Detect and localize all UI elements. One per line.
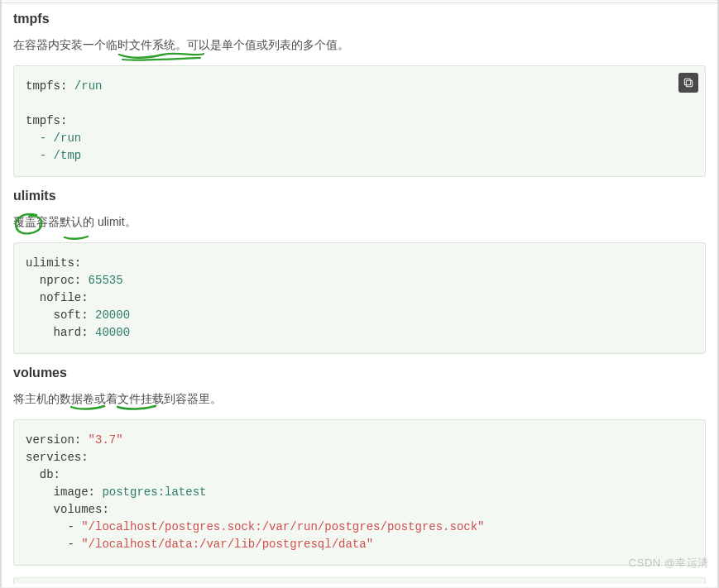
tmpfs-codeblock: tmpfs: /run tmpfs: - /run - /tmp — [13, 65, 706, 177]
document-page: tmpfs 在容器内安装一个临时文件系统。可以是单个值或列表的多个值。 tmpf… — [0, 0, 719, 588]
copy-icon — [682, 76, 695, 89]
watermark: CSDN @幸运清 — [629, 556, 709, 571]
top-edge — [2, 0, 717, 3]
volumes-desc: 将主机的数据卷或着文件挂载到容器里。 — [13, 390, 706, 408]
ulimits-codeblock: ulimits: nproc: 65535 nofile: soft: 2000… — [13, 242, 706, 354]
volumes-codeblock: version: "3.7" services: db: image: post… — [13, 419, 706, 566]
bottom-codeblock-sliver — [13, 577, 706, 584]
tmpfs-desc: 在容器内安装一个临时文件系统。可以是单个值或列表的多个值。 — [13, 36, 706, 54]
section-title-ulimits: ulimits — [13, 189, 706, 203]
tmpfs-code: tmpfs: /run tmpfs: - /run - /tmp — [26, 78, 693, 165]
annotation-underline-ulimit — [63, 230, 91, 243]
section-title-volumes: volumes — [13, 366, 706, 380]
svg-rect-0 — [686, 80, 692, 86]
svg-rect-1 — [684, 79, 690, 84]
ulimits-desc: 覆盖容器默认的 ulimit。 — [13, 213, 706, 231]
copy-button[interactable] — [678, 73, 698, 93]
volumes-code: version: "3.7" services: db: image: post… — [26, 432, 693, 553]
ulimits-code: ulimits: nproc: 65535 nofile: soft: 2000… — [26, 255, 693, 342]
section-title-tmpfs: tmpfs — [13, 12, 706, 26]
